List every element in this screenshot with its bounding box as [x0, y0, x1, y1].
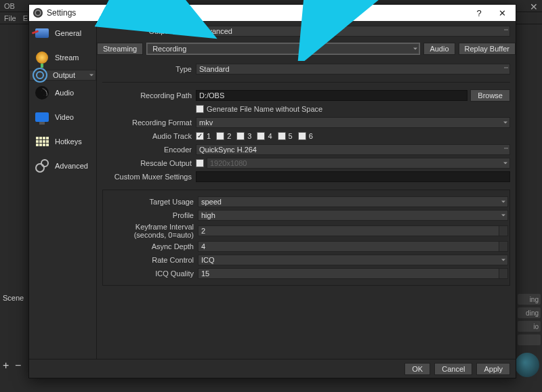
dialog-title: Settings: [47, 8, 76, 18]
output-icon: [33, 68, 47, 83]
track-num: 2: [227, 132, 231, 140]
rescale-label: Rescale Output: [102, 159, 196, 167]
control-item[interactable]: [518, 334, 541, 345]
sidebar-item-label: Video: [55, 113, 74, 121]
keyframe-label: Keyframe Interval (seconds, 0=auto): [104, 223, 198, 239]
dialog-footer: OK Cancel Apply: [29, 359, 516, 378]
menu-edit[interactable]: E: [23, 14, 28, 22]
track-1-checkbox[interactable]: [196, 132, 204, 140]
apply-button[interactable]: Apply: [476, 363, 510, 375]
target-usage-label: Target Usage: [104, 198, 198, 206]
video-icon: [35, 110, 49, 125]
audio-icon: [35, 85, 49, 100]
track-num: 1: [207, 132, 211, 140]
general-icon: [35, 26, 49, 41]
sidebar-item-general[interactable]: General: [29, 21, 96, 45]
sidebar-item-label: Output: [53, 71, 75, 79]
tab-audio[interactable]: Audio: [423, 43, 455, 55]
cancel-button[interactable]: Cancel: [434, 363, 472, 375]
type-select[interactable]: Standard: [196, 64, 510, 74]
async-depth-label: Async Depth: [104, 242, 198, 251]
async-depth-input[interactable]: 4: [198, 241, 508, 252]
rescale-select: 1920x1080: [207, 158, 510, 169]
browse-button[interactable]: Browse: [470, 89, 510, 102]
icq-quality-label: ICQ Quality: [104, 269, 198, 278]
type-label: Type: [102, 65, 196, 73]
sidebar-item-video[interactable]: Video: [29, 105, 96, 129]
encoder-select[interactable]: QuickSync H.264: [196, 144, 510, 155]
stream-icon: [35, 50, 49, 65]
track-5-checkbox[interactable]: [278, 132, 286, 140]
nospace-checkbox[interactable]: [196, 105, 204, 113]
control-item[interactable]: ing: [518, 294, 541, 305]
obs-icon: [33, 8, 43, 18]
recording-format-select[interactable]: mkv: [196, 117, 510, 128]
track-3-checkbox[interactable]: [236, 132, 245, 140]
obs-title: OB: [4, 2, 15, 10]
icq-quality-input[interactable]: 15: [198, 268, 508, 279]
audio-track-label: Audio Track: [102, 132, 196, 140]
sidebar-item-label: Stream: [55, 53, 79, 62]
profile-select[interactable]: high: [198, 210, 508, 221]
control-item[interactable]: ding: [518, 307, 541, 318]
rate-control-select[interactable]: ICQ: [198, 255, 508, 265]
hotkeys-icon: [35, 134, 49, 149]
output-mode-label: Output Mode: [102, 27, 196, 35]
muxer-label: Custom Muxer Settings: [102, 173, 196, 181]
settings-main-panel: Output Mode Advanced Streaming Recording…: [97, 21, 516, 359]
ok-button[interactable]: OK: [404, 363, 430, 375]
tab-replay-buffer[interactable]: Replay Buffer: [459, 43, 516, 55]
output-tabs: Streaming Recording Audio Replay Buffer: [97, 43, 516, 55]
tab-streaming[interactable]: Streaming: [97, 43, 143, 55]
brand-logo: [515, 353, 539, 377]
recording-path-input[interactable]: D:/OBS: [196, 90, 467, 101]
rate-control-label: Rate Control: [104, 256, 198, 264]
controls-panel: ing ding io: [518, 294, 541, 348]
recording-path-label: Recording Path: [102, 91, 196, 100]
track-2-checkbox[interactable]: [216, 132, 224, 140]
help-button[interactable]: ?: [470, 8, 488, 18]
encoder-settings-group: Target Usage speed Profile high Keyframe…: [102, 190, 510, 286]
sidebar-item-output[interactable]: Output: [29, 70, 96, 81]
sidebar-item-audio[interactable]: Audio: [29, 81, 96, 105]
settings-dialog: Settings ? ✕ General Stream Output Audio: [28, 4, 516, 378]
tab-recording[interactable]: Recording: [146, 43, 420, 55]
sidebar-item-label: General: [55, 29, 81, 37]
settings-sidebar: General Stream Output Audio Video Hotkey…: [29, 21, 97, 359]
keyframe-input[interactable]: 2: [198, 225, 508, 236]
menu-file[interactable]: File: [4, 14, 16, 22]
track-num: 5: [289, 132, 293, 140]
track-6-checkbox[interactable]: [298, 132, 306, 140]
obs-close-icon[interactable]: ✕: [530, 1, 538, 12]
profile-label: Profile: [104, 211, 198, 219]
nospace-label: Generate File Name without Space: [207, 105, 322, 113]
sidebar-item-stream[interactable]: Stream: [29, 45, 96, 70]
control-item[interactable]: io: [518, 321, 541, 332]
dialog-titlebar: Settings ? ✕: [29, 5, 516, 21]
scene-remove-button[interactable]: −: [15, 360, 21, 372]
target-usage-select[interactable]: speed: [198, 196, 508, 207]
sidebar-item-label: Audio: [55, 89, 74, 97]
close-button[interactable]: ✕: [493, 8, 512, 18]
sidebar-item-advanced[interactable]: Advanced: [29, 154, 96, 178]
muxer-input[interactable]: [196, 171, 510, 182]
encoder-label: Encoder: [102, 146, 196, 154]
recording-format-label: Recording Format: [102, 118, 196, 127]
scene-add-button[interactable]: +: [3, 360, 9, 372]
track-num: 3: [247, 132, 251, 140]
sidebar-item-label: Hotkeys: [55, 137, 82, 146]
track-num: 6: [309, 132, 313, 140]
track-num: 4: [268, 132, 272, 140]
sidebar-item-hotkeys[interactable]: Hotkeys: [29, 129, 96, 154]
gear-icon: [35, 158, 49, 173]
rescale-checkbox[interactable]: [196, 159, 204, 167]
track-4-checkbox[interactable]: [257, 132, 265, 140]
output-mode-select[interactable]: Advanced: [196, 26, 510, 37]
scenes-panel-label: Scene: [3, 294, 27, 305]
sidebar-item-label: Advanced: [55, 162, 88, 170]
